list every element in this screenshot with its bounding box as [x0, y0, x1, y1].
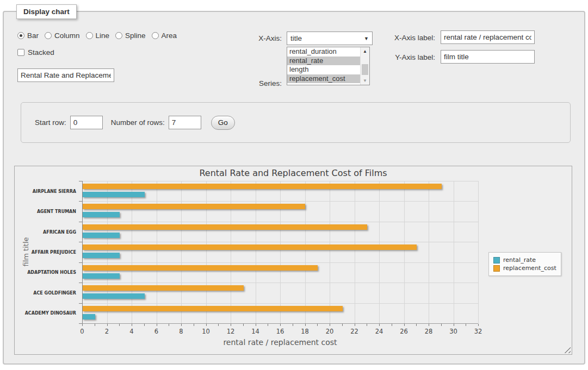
- x-axis-tick: [231, 324, 231, 326]
- x-axis-tick: [169, 324, 169, 326]
- category-label: ACE GOLDFINGER: [33, 290, 76, 295]
- num-rows-input[interactable]: [169, 116, 201, 129]
- display-chart-panel: Display chart BarColumnLineSplineArea St…: [3, 11, 585, 365]
- category-label: AGENT TRUMAN: [37, 209, 76, 214]
- x-axis-tick-label: 26: [393, 328, 415, 335]
- x-axis-tick: [392, 324, 392, 326]
- category-label: ACADEMY DINOSAUR: [25, 311, 76, 316]
- x-axis-tick: [157, 324, 157, 326]
- start-row-label: Start row:: [35, 118, 66, 127]
- series-option-replacement_cost[interactable]: replacement_cost: [287, 74, 360, 84]
- num-rows-label: Number of rows:: [111, 118, 165, 127]
- x-axis-tick-label: 10: [195, 328, 217, 335]
- start-row-input[interactable]: [70, 116, 103, 129]
- category-label: AFFAIR PREJUDICE: [32, 250, 76, 255]
- chart-type-option-area[interactable]: Area: [152, 32, 177, 40]
- series-listbox[interactable]: rental_durationrental_ratelengthreplacem…: [287, 47, 370, 85]
- gridline: [82, 262, 478, 263]
- x-axis-tick: [194, 324, 194, 326]
- x-axis-tick-label: 22: [344, 328, 366, 335]
- chart-type-option-column[interactable]: Column: [45, 32, 80, 40]
- x-axis-tick: [95, 324, 95, 326]
- x-axis-label-input[interactable]: [441, 30, 535, 44]
- chart-y-axis-title: film title: [22, 198, 30, 306]
- bar-replacement_cost: [83, 285, 244, 291]
- gridline: [404, 181, 405, 323]
- x-axis-selected-value: title: [290, 34, 364, 42]
- gridline: [379, 181, 380, 323]
- x-axis-select[interactable]: title ▼: [287, 32, 373, 45]
- gridline: [82, 283, 478, 283]
- chart-title-input[interactable]: [17, 68, 114, 82]
- x-axis-tick: [144, 324, 145, 326]
- stacked-checkbox[interactable]: [17, 49, 24, 56]
- listbox-scrollbar[interactable]: ▲ ▼: [360, 47, 369, 85]
- bar-rental_rate: [83, 192, 145, 197]
- x-axis-tick: [317, 324, 318, 326]
- legend-item-replacement_cost[interactable]: replacement_cost: [493, 265, 556, 272]
- y-axis-label-input[interactable]: [441, 50, 535, 64]
- scroll-up-icon[interactable]: ▲: [361, 47, 369, 55]
- bar-rental_rate: [83, 253, 120, 258]
- y-axis-label-label: Y-Axis label:: [395, 53, 435, 61]
- category-label: AFRICAN EGG: [43, 229, 76, 234]
- x-axis-tick: [478, 324, 479, 326]
- x-axis-tick: [181, 324, 182, 326]
- bar-rental_rate: [83, 314, 95, 319]
- scrollbar-thumb[interactable]: [362, 64, 368, 75]
- series-option-rental_rate[interactable]: rental_rate: [287, 57, 360, 66]
- chart-type-option-line[interactable]: Line: [86, 32, 110, 40]
- chart-title: Rental Rate and Replacement Cost of Film…: [15, 168, 572, 178]
- radio-icon[interactable]: [152, 32, 159, 39]
- panel-title: Display chart: [16, 4, 77, 19]
- radio-option-label: Area: [162, 32, 177, 40]
- gridline: [478, 181, 479, 323]
- gridline: [132, 181, 132, 323]
- legend-item-rental_rate[interactable]: rental_rate: [493, 256, 556, 264]
- category-label: ADAPTATION HOLES: [27, 270, 76, 275]
- series-select-label: Series:: [259, 79, 282, 87]
- x-axis-tick-label: 32: [467, 328, 489, 335]
- go-button[interactable]: Go: [211, 116, 235, 130]
- series-option-rental_duration[interactable]: rental_duration: [287, 47, 360, 57]
- x-axis-tick: [119, 324, 120, 326]
- radio-option-label: Spline: [125, 32, 146, 40]
- gridline: [82, 201, 478, 202]
- x-axis-tick: [107, 324, 108, 326]
- x-axis-tick-label: 2: [96, 328, 118, 335]
- stacked-label: Stacked: [28, 48, 54, 57]
- x-axis-label-label: X-Axis label:: [394, 34, 435, 42]
- radio-icon[interactable]: [17, 32, 24, 39]
- resize-handle-icon[interactable]: [564, 347, 571, 353]
- gridline: [330, 181, 330, 323]
- chart-container: Rental Rate and Replacement Cost of Film…: [14, 166, 572, 355]
- legend-label: replacement_cost: [503, 265, 556, 272]
- chart-type-option-bar[interactable]: Bar: [17, 32, 39, 40]
- x-axis-tick-label: 6: [146, 328, 168, 335]
- y-axis-tick: [79, 262, 82, 263]
- chart-type-option-spline[interactable]: Spline: [115, 32, 146, 40]
- x-axis-tick-label: 8: [170, 328, 192, 335]
- radio-option-label: Bar: [27, 32, 39, 40]
- radio-icon[interactable]: [115, 32, 122, 39]
- bar-replacement_cost: [83, 224, 367, 230]
- gridline: [82, 181, 478, 181]
- scroll-down-icon[interactable]: ▼: [361, 77, 369, 85]
- radio-option-label: Line: [96, 32, 110, 40]
- y-axis-tick: [79, 222, 82, 222]
- stacked-checkbox-row: Stacked: [17, 48, 54, 57]
- radio-icon[interactable]: [86, 32, 93, 39]
- rows-panel: Start row: Number of rows: Go: [21, 102, 571, 143]
- gridline: [82, 303, 478, 304]
- series-option-length[interactable]: length: [287, 65, 360, 74]
- x-axis-tick: [355, 324, 355, 326]
- gridline: [305, 181, 306, 323]
- gridline: [454, 181, 454, 323]
- x-axis-tick-label: 28: [418, 328, 440, 335]
- bar-rental_rate: [83, 273, 120, 279]
- radio-icon[interactable]: [45, 32, 52, 39]
- legend-swatch-icon: [493, 265, 500, 272]
- bar-rental_rate: [83, 233, 120, 238]
- x-axis-tick-label: 0: [71, 328, 93, 335]
- x-axis-tick: [342, 324, 343, 326]
